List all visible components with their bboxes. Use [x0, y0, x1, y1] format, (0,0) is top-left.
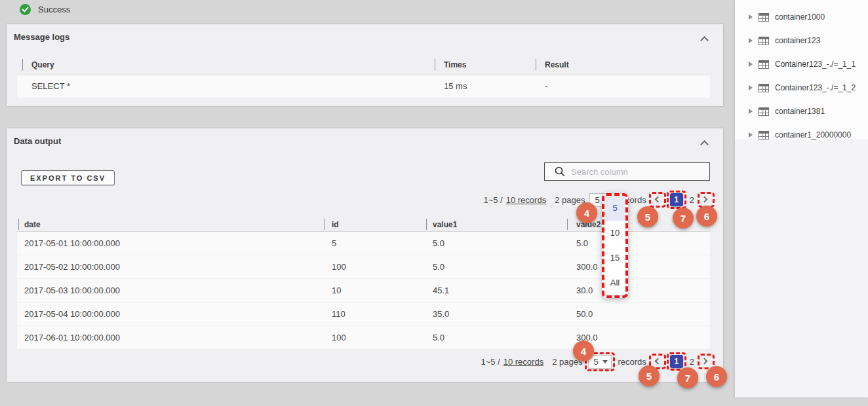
export-to-csv-button[interactable]: EXPORT TO CSV [21, 170, 115, 185]
cell-times: 15 ms [444, 75, 467, 98]
page-1-button[interactable]: 1 [670, 355, 683, 368]
cell-id: 100 [332, 326, 346, 349]
annotation-badge-6: 6 [706, 366, 727, 387]
table-grid-icon [759, 131, 769, 139]
column-header-value1[interactable]: value1 [433, 220, 457, 229]
column-header-date[interactable]: date [24, 220, 41, 229]
page-size-option-10[interactable]: 10 [604, 221, 625, 246]
search-icon [555, 166, 565, 177]
cell-result: - [545, 75, 547, 98]
records-count-link[interactable]: 10 records [506, 195, 546, 205]
cell-value2: 5.0 [576, 232, 588, 255]
expand-arrow-icon[interactable] [749, 85, 753, 90]
tree-item-label: container1000 [775, 12, 825, 22]
tree-item-label: container1_20000000 [775, 130, 851, 139]
collapse-message-logs-button[interactable] [700, 35, 710, 44]
expand-arrow-icon[interactable] [749, 14, 753, 20]
record-range: 1~5 / [481, 357, 500, 367]
cell-id: 10 [332, 279, 341, 302]
expand-arrow-icon[interactable] [749, 109, 753, 114]
tree-item-container1000[interactable]: container1000 [735, 5, 868, 29]
container-tree-sidebar: container1000 container123 [735, 0, 868, 397]
records-count-link[interactable]: 10 records [503, 357, 543, 367]
page-2-button[interactable]: 2 [689, 195, 695, 205]
expand-arrow-icon[interactable] [749, 62, 753, 67]
annotation-badge-6: 6 [696, 206, 717, 227]
column-separator [22, 59, 23, 71]
column-header-id[interactable]: id [332, 220, 339, 229]
page-size-option-15[interactable]: 15 [604, 246, 625, 270]
collapse-data-output-button[interactable] [700, 139, 710, 148]
message-logs-panel: Message logs Query Times Result SELECT *… [7, 24, 723, 106]
record-range: 1~5 / [483, 195, 502, 205]
page-2-button[interactable]: 2 [689, 357, 695, 367]
tree-item-container123-1-2[interactable]: Container123_-./=_1_2 [735, 76, 868, 100]
records-label: records [618, 357, 646, 367]
column-header-query: Query [31, 60, 54, 69]
column-header-result: Result [545, 60, 569, 69]
prev-page-button[interactable] [652, 356, 663, 367]
cell-date: 2017-05-03 10:00:00.000 [24, 279, 120, 302]
chevron-up-icon [700, 140, 709, 149]
page-1-button[interactable]: 1 [670, 193, 683, 206]
chevron-left-icon [654, 358, 661, 365]
page-size-value: 5 [595, 195, 599, 205]
next-page-button[interactable] [701, 356, 711, 367]
table-row: 2017-06-01 10:00:00.000 100 5.0 300.0 [17, 326, 710, 349]
data-output-title: Data output [14, 136, 61, 146]
annotation-badge-4: 4 [576, 202, 597, 223]
page-size-option-5[interactable]: 5 [604, 196, 625, 221]
chevron-left-icon [654, 196, 661, 203]
cell-id: 5 [332, 232, 336, 255]
annotation-badge-5: 5 [639, 365, 660, 386]
query-result-screen: Success Message logs Query Times Result … [0, 0, 868, 406]
search-column-box [544, 162, 710, 181]
column-separator [18, 219, 19, 230]
cell-value1: 5.0 [433, 255, 444, 278]
pagination-top: 1~5 / 10 records 2 pages 5 records 1 2 [483, 191, 713, 208]
column-separator [426, 219, 427, 230]
cell-value1: 45.1 [433, 279, 449, 302]
table-grid-icon [759, 84, 769, 92]
annotation-badge-5: 5 [637, 206, 658, 227]
tree-item-label: container123 [775, 36, 820, 45]
column-separator [567, 219, 568, 230]
prev-page-button[interactable] [652, 194, 663, 205]
page-size-option-all[interactable]: All [604, 270, 625, 295]
annotation-box-prev [649, 192, 666, 208]
page-size-dropdown-menu: 5 10 15 All [602, 193, 628, 298]
chevron-right-icon [701, 358, 708, 365]
cell-value2: 50.0 [576, 303, 593, 325]
table-grid-icon [759, 60, 769, 69]
table-grid-icon [759, 13, 769, 22]
cell-value1: 5.0 [433, 232, 444, 255]
caret-down-icon [602, 360, 608, 363]
column-separator [536, 59, 536, 71]
page-size-value: 5 [593, 357, 598, 367]
pagination-bottom: 1~5 / 10 records 2 pages 5 records 1 2 [481, 353, 713, 370]
search-input[interactable] [571, 167, 696, 177]
cell-value1: 5.0 [433, 326, 444, 349]
container-tree: container1000 container123 [735, 0, 868, 139]
cell-id: 100 [332, 255, 346, 278]
table-row: SELECT * 15 ms - [17, 75, 710, 98]
column-header-times: Times [444, 60, 466, 69]
tree-item-label: Container123_-./=_1_1 [775, 60, 856, 69]
expand-arrow-icon[interactable] [749, 132, 753, 138]
tree-item-container1-20000000[interactable]: container1_20000000 [735, 123, 868, 139]
column-separator [324, 219, 325, 230]
next-page-button[interactable] [701, 194, 711, 205]
tree-item-container1381[interactable]: container1381 [735, 100, 868, 123]
cell-date: 2017-05-01 10:00:00.000 [24, 232, 120, 255]
tree-item-container123-1-1[interactable]: Container123_-./=_1_1 [735, 52, 868, 76]
cell-date: 2017-06-01 10:00:00.000 [24, 326, 120, 349]
cell-date: 2017-05-02 10:00:00.000 [24, 255, 120, 278]
cell-value1: 35.0 [433, 303, 449, 325]
success-check-icon [20, 4, 31, 15]
table-row: 2017-05-04 10:00:00.000 110 35.0 50.0 [17, 303, 710, 325]
expand-arrow-icon[interactable] [749, 38, 753, 43]
tree-item-label: Container123_-./=_1_2 [775, 83, 856, 92]
cell-value2: 300.0 [576, 255, 598, 278]
tree-item-container123[interactable]: container123 [735, 29, 868, 52]
chevron-right-icon [701, 196, 708, 203]
